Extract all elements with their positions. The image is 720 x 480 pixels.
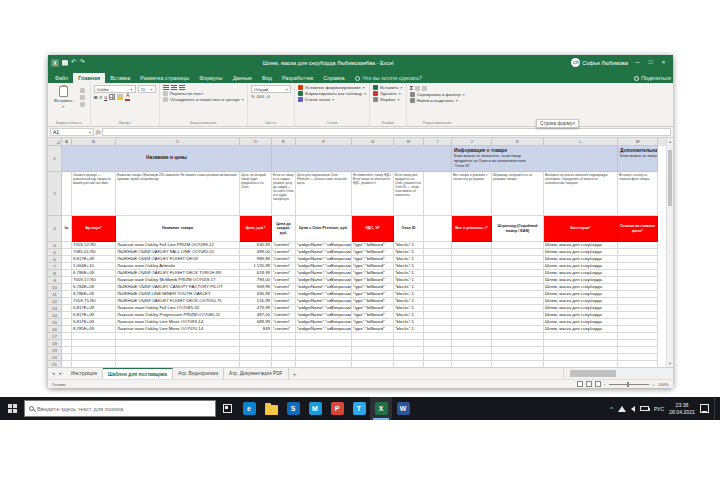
wrap-text-button[interactable]: Перенести текст: [170, 91, 204, 96]
store-icon[interactable]: S: [282, 397, 304, 420]
cell[interactable]: Шлем, маска для сноуборда: [544, 305, 618, 312]
vertical-scroll-thumb[interactable]: [668, 150, 672, 206]
font-size-select[interactable]: 11▾: [138, 85, 156, 93]
field-header[interactable]: Категория*: [544, 216, 618, 242]
sheet-tab-instruction[interactable]: Инструкция: [66, 368, 103, 379]
cell[interactable]: [452, 256, 492, 263]
cell[interactable]: [62, 354, 72, 361]
cell[interactable]: 7059-75-R0: [72, 298, 116, 305]
cell[interactable]: Шлем, маска для сноуборда: [544, 270, 618, 277]
comma-style-button[interactable]: 000: [257, 94, 264, 99]
italic-button[interactable]: К: [100, 95, 103, 100]
cell[interactable]: [352, 347, 394, 354]
cell[interactable]: [618, 333, 658, 340]
header-block-3[interactable]: Дополнительная информацияБлок можно не з…: [618, 146, 658, 172]
align-center-icon[interactable]: [171, 85, 177, 90]
row-header-16[interactable]: 16: [48, 326, 62, 333]
row-header-21[interactable]: 21: [48, 361, 62, 367]
cell[interactable]: "type":"billboard": [352, 291, 394, 298]
cell[interactable]: [62, 298, 72, 305]
column-header-B[interactable]: B: [72, 138, 116, 146]
cut-icon[interactable]: [80, 88, 85, 93]
page-layout-view-icon[interactable]: [586, 381, 592, 387]
cell[interactable]: [492, 326, 544, 333]
cell[interactable]: [452, 305, 492, 312]
cell[interactable]: "blocks":1: [394, 249, 424, 256]
cell[interactable]: Лыжные очки Oakley Progression PRIZM OO7…: [116, 312, 240, 319]
cell[interactable]: [62, 326, 72, 333]
paste-button[interactable]: Вставить ▾: [51, 85, 76, 110]
cell[interactable]: 793,00: [240, 277, 272, 284]
styles-button-2[interactable]: Стили ячеек▾: [298, 97, 366, 102]
field-header[interactable]: Цена до скидки, руб.: [272, 216, 296, 242]
help-cell[interactable]: Название товара. Максимум 255 символов. …: [116, 172, 240, 216]
cell[interactable]: [492, 347, 544, 354]
cell[interactable]: 487,00: [240, 312, 272, 319]
cell[interactable]: [424, 305, 452, 312]
cell[interactable]: [618, 319, 658, 326]
help-cell[interactable]: Укажите артикул — уникальный код товара …: [72, 172, 116, 216]
cell[interactable]: [116, 333, 240, 340]
cell[interactable]: [272, 361, 296, 367]
cell[interactable]: "content": [272, 277, 296, 284]
cell[interactable]: "content": [272, 291, 296, 298]
align-right-icon[interactable]: [179, 85, 185, 90]
cell[interactable]: 689,99: [240, 319, 272, 326]
cell[interactable]: 1,064E+10: [72, 263, 116, 270]
cell[interactable]: [296, 361, 352, 367]
cell[interactable]: 7085-01-R0: [72, 249, 116, 256]
close-button[interactable]: ×: [657, 55, 670, 70]
cell[interactable]: [452, 354, 492, 361]
clear-icon[interactable]: [422, 86, 427, 91]
cell[interactable]: Шлем, маска для сноуборда: [544, 263, 618, 270]
row-header-9[interactable]: 9: [48, 277, 62, 284]
cell[interactable]: [424, 298, 452, 305]
cell[interactable]: [544, 361, 618, 367]
row-header-5[interactable]: 5: [48, 249, 62, 256]
cell[interactable]: 6,817E+09: [72, 305, 116, 312]
cell[interactable]: [272, 354, 296, 361]
cell[interactable]: "type":"billboard": [352, 263, 394, 270]
cell[interactable]: [544, 347, 618, 354]
cell[interactable]: [62, 291, 72, 298]
cell[interactable]: "blocks":1: [394, 298, 424, 305]
cell[interactable]: [452, 333, 492, 340]
cell[interactable]: [544, 333, 618, 340]
telegram-icon[interactable]: T: [348, 397, 370, 420]
ribbon-tab-formulas[interactable]: Формулы: [194, 73, 227, 83]
ribbon-tab-insert[interactable]: Вставка: [105, 73, 135, 83]
help-cell[interactable]: Вес товара в упаковке с точностью до гра…: [452, 172, 492, 216]
account-button[interactable]: СЛ Софья Любимова: [571, 58, 628, 67]
cell[interactable]: ЛЫЖНЫЕ ОЧКИ OAKLEY CANOPY FACTORY PILOT: [116, 284, 240, 291]
ribbon-tab-file[interactable]: Файл: [50, 73, 73, 83]
fill-color-icon[interactable]: [117, 94, 123, 100]
row-header-14[interactable]: 14: [48, 312, 62, 319]
scroll-up-icon[interactable]: ▲: [667, 139, 673, 144]
help-cell[interactable]: Если товар уже продаётся на Ozon, укажит…: [394, 172, 424, 216]
cell[interactable]: "widgetName":"чзВопросам": [296, 270, 352, 277]
cell[interactable]: "content": [272, 284, 296, 291]
tell-me-search[interactable]: Что вы хотите сделать?: [355, 75, 422, 83]
cell[interactable]: [492, 284, 544, 291]
align-left-icon[interactable]: [163, 85, 169, 90]
cell[interactable]: [240, 340, 272, 347]
column-header-M[interactable]: M: [618, 138, 658, 146]
cell[interactable]: [452, 298, 492, 305]
sheet-tab-supplier-template[interactable]: Шаблон для поставщика: [103, 368, 173, 379]
cell[interactable]: Шлем, маска для сноуборда: [544, 249, 618, 256]
cell[interactable]: [492, 270, 544, 277]
cell[interactable]: [394, 333, 424, 340]
field-header[interactable]: Вес в упаковке, г*: [452, 216, 492, 242]
share-button[interactable]: Поделиться: [634, 75, 671, 83]
cell[interactable]: [116, 354, 240, 361]
cell[interactable]: Шлем, маска для сноуборда: [544, 277, 618, 284]
formula-input[interactable]: [102, 128, 671, 136]
prev-sheet-icon[interactable]: ◄: [51, 371, 55, 376]
cell[interactable]: "content": [272, 312, 296, 319]
vertical-scrollbar[interactable]: ▲ ▼: [666, 138, 673, 367]
editing-button-1[interactable]: Найти и выделить▾: [410, 98, 465, 103]
cell[interactable]: [272, 333, 296, 340]
cell[interactable]: [492, 242, 544, 249]
volume-icon[interactable]: [631, 406, 635, 412]
redo-icon[interactable]: ↷: [79, 59, 84, 66]
